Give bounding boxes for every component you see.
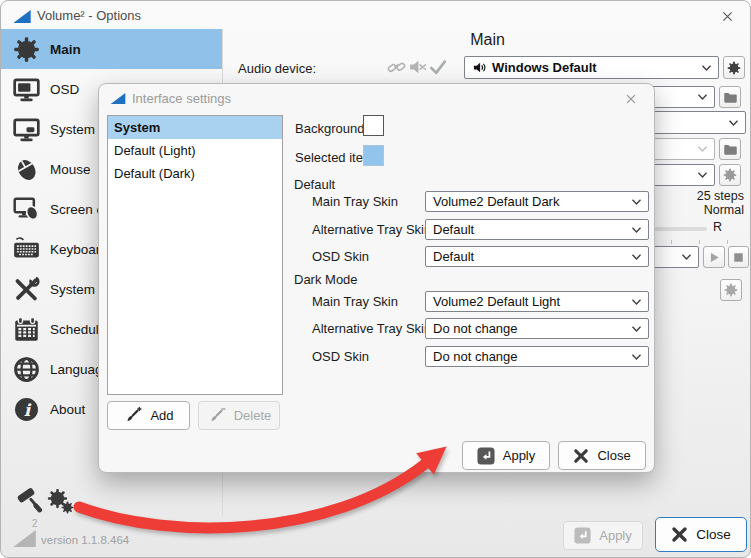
sidebar-item-label: System xyxy=(50,282,95,297)
chevron-down-icon xyxy=(631,325,642,332)
enter-icon xyxy=(574,527,591,544)
close-icon xyxy=(624,92,638,106)
sidebar-item-main[interactable]: Main xyxy=(1,29,222,69)
system-tray-icon xyxy=(13,116,40,143)
section-title-dark-mode: Dark Mode xyxy=(294,272,358,287)
delete-label: Delete xyxy=(234,408,272,423)
tick-mark xyxy=(671,240,672,244)
combo-value: Do not change xyxy=(433,321,518,336)
chevron-down-icon xyxy=(697,94,708,101)
chevron-down-icon xyxy=(728,119,739,126)
footer-logo-icon xyxy=(13,530,36,547)
osd-skin-select[interactable]: Default xyxy=(425,246,649,267)
apply-button-dialog[interactable]: Apply xyxy=(462,441,550,470)
browse-folder-button-2[interactable] xyxy=(719,138,741,160)
chevron-down-icon xyxy=(631,353,642,360)
sidebar-item-label: OSD xyxy=(50,82,79,97)
window-title: Volume² - Options xyxy=(37,8,141,23)
chevron-down-icon xyxy=(631,253,642,260)
options-window: Volume² - Options Main OSD System tray M… xyxy=(0,0,751,558)
audio-device-settings-button[interactable] xyxy=(723,56,745,79)
keyboard-icon xyxy=(13,236,40,263)
apply-label: Apply xyxy=(503,448,536,463)
dm-alt-tray-skin-label: Alternative Tray Skin xyxy=(312,321,431,336)
list-item-default-dark[interactable]: Default (Dark) xyxy=(108,162,282,185)
close-label: Close xyxy=(597,448,630,463)
link-icon[interactable] xyxy=(387,58,406,77)
app-logo-icon xyxy=(13,10,31,23)
close-button-main[interactable]: Close xyxy=(655,517,747,552)
chevron-down-icon xyxy=(681,254,692,261)
chevron-down-icon xyxy=(631,226,642,233)
sidebar-item-label: Mouse xyxy=(50,162,91,177)
close-label: Close xyxy=(696,527,731,542)
main-tray-skin-select[interactable]: Volume2 Default Dark xyxy=(425,191,649,212)
add-label: Add xyxy=(150,408,173,423)
dialog-close-button[interactable] xyxy=(618,88,644,110)
gear-icon xyxy=(727,61,741,75)
slider-label: R xyxy=(713,220,722,234)
footer-logo-superscript: 2 xyxy=(32,518,38,529)
audio-device-select[interactable]: Windows Default xyxy=(464,56,719,79)
skin-list[interactable]: System Default (Light) Default (Dark) xyxy=(107,115,283,395)
window-close-button[interactable] xyxy=(712,6,742,26)
info-icon xyxy=(13,396,40,423)
dialog-logo-icon xyxy=(110,93,126,104)
sidebar-item-label: Main xyxy=(50,42,81,57)
main-tray-skin-label: Main Tray Skin xyxy=(312,194,398,209)
dm-osd-skin-select[interactable]: Do not change xyxy=(425,346,649,367)
close-icon xyxy=(720,9,735,24)
gear-icon xyxy=(724,283,738,297)
tick-mark xyxy=(699,240,700,244)
close-x-icon xyxy=(573,448,589,464)
gear-icon xyxy=(13,36,40,63)
chevron-down-icon xyxy=(701,64,712,71)
list-item-system[interactable]: System xyxy=(108,116,282,139)
play-icon xyxy=(708,251,721,264)
extra-settings-button[interactable] xyxy=(720,279,742,301)
stop-button[interactable] xyxy=(728,246,749,268)
page-title: Main xyxy=(223,31,751,49)
osd-settings-button[interactable] xyxy=(719,164,741,186)
apply-button-main[interactable]: Apply xyxy=(563,521,643,550)
sidebar-item-label: About xyxy=(50,402,85,417)
version-text: version 1.1.8.464 xyxy=(41,534,129,546)
list-item-default-light[interactable]: Default (Light) xyxy=(108,139,282,162)
background-color-swatch[interactable] xyxy=(363,115,384,136)
combo-value: Default xyxy=(433,222,474,237)
apply-label: Apply xyxy=(599,528,632,543)
alt-tray-skin-label: Alternative Tray Skin xyxy=(312,222,431,237)
audio-device-label: Audio device: xyxy=(238,61,316,76)
dm-alt-tray-skin-select[interactable]: Do not change xyxy=(425,318,649,339)
combo-value: Volume2 Default Light xyxy=(433,294,560,309)
chevron-down-icon xyxy=(631,198,642,205)
background-label: Background xyxy=(295,121,364,136)
dm-main-tray-skin-select[interactable]: Volume2 Default Light xyxy=(425,291,649,312)
delete-button[interactable]: Delete xyxy=(198,401,280,430)
gear-icon xyxy=(723,168,737,182)
add-button[interactable]: Add xyxy=(107,401,190,430)
play-button[interactable] xyxy=(703,246,725,268)
alt-tray-skin-select[interactable]: Default xyxy=(425,219,649,240)
chevron-down-icon xyxy=(697,172,708,179)
speaker-icon xyxy=(472,60,487,75)
mute-icon[interactable] xyxy=(408,57,428,77)
chevron-down-icon xyxy=(631,298,642,305)
monitor-icon xyxy=(13,76,40,103)
audio-device-value: Windows Default xyxy=(492,60,597,75)
title-bar: Volume² - Options xyxy=(1,1,751,29)
dialog-title: Interface settings xyxy=(132,91,231,106)
browse-folder-button-1[interactable] xyxy=(719,86,741,108)
check-icon[interactable] xyxy=(429,58,447,76)
brush-add-icon xyxy=(123,406,142,425)
combo-value: Default xyxy=(433,249,474,264)
combo-value: Do not change xyxy=(433,349,518,364)
mouse-icon xyxy=(13,156,40,183)
folder-icon xyxy=(723,142,738,157)
close-x-icon xyxy=(671,526,688,543)
screen-edge-icon xyxy=(13,196,40,223)
selected-item-color-swatch[interactable] xyxy=(363,145,384,166)
close-button-dialog[interactable]: Close xyxy=(558,441,646,470)
brush-delete-icon xyxy=(207,406,226,425)
chevron-down-icon xyxy=(697,146,708,153)
